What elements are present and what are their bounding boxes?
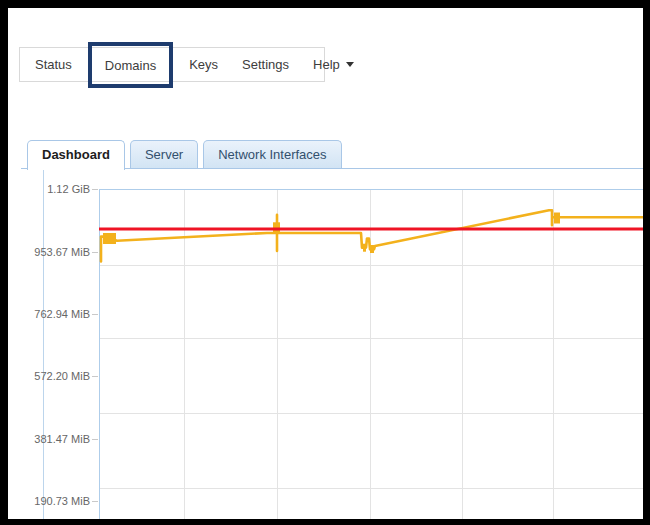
y-axis-tick — [92, 501, 98, 502]
y-axis-label: 762.94 MiB — [6, 308, 90, 320]
y-axis-label: 381.47 MiB — [6, 433, 90, 445]
memory-usage-chart: 1.12 GiB953.67 MiB762.94 MiB572.20 MiB38… — [0, 0, 650, 525]
y-axis-tick — [92, 439, 98, 440]
screenshot-border-right — [643, 0, 650, 525]
screenshot-border-left — [0, 0, 8, 525]
tab-server[interactable]: Server — [130, 140, 198, 168]
screenshot-border-top — [0, 0, 650, 8]
screenshot: { "nav": { "items": [ {"label": "Status"… — [0, 0, 650, 525]
y-axis-tick — [92, 252, 98, 253]
tab-network-interfaces[interactable]: Network Interfaces — [203, 140, 341, 168]
y-axis-label: 1.12 GiB — [6, 183, 90, 195]
y-axis-label: 572.20 MiB — [6, 370, 90, 382]
y-axis-tick — [92, 314, 98, 315]
screenshot-border-bottom — [0, 519, 650, 525]
tab-strip: Dashboard Server Network Interfaces — [27, 140, 342, 170]
chart-plot-area — [99, 189, 643, 520]
tab-dashboard[interactable]: Dashboard — [27, 140, 125, 170]
y-axis-label: 190.73 MiB — [6, 495, 90, 507]
y-axis-label: 953.67 MiB — [6, 246, 90, 258]
y-axis-tick — [92, 189, 98, 190]
series-memory-usage — [101, 210, 643, 261]
y-axis-tick — [92, 376, 98, 377]
